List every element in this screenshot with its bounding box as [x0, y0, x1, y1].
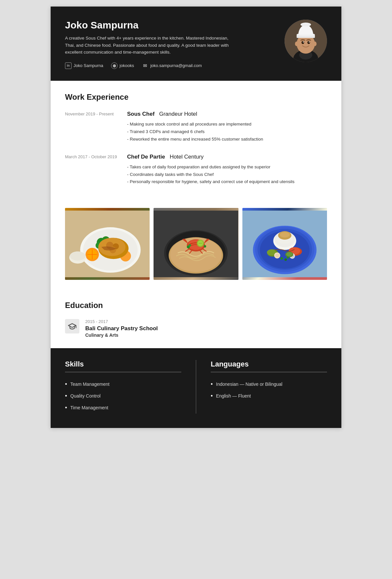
- work-content-2: Chef De Partie Hotel Century Takes care …: [127, 154, 327, 186]
- svg-point-70: [286, 252, 292, 256]
- candidate-name: Joko Sampurna: [65, 20, 277, 31]
- email-icon: ✉: [142, 62, 148, 69]
- svg-point-9: [303, 42, 304, 43]
- svg-point-5: [295, 42, 298, 46]
- svg-point-66: [275, 253, 279, 258]
- footer-section: Skills Team Management Quality Control T…: [51, 348, 341, 428]
- work-experience-title: Work Experience: [65, 93, 327, 102]
- work-bullets-1: Making sure stock control and all proced…: [127, 121, 327, 143]
- svg-point-71: [280, 257, 283, 260]
- skill-1: Team Management: [65, 378, 181, 390]
- svg-point-72: [286, 257, 288, 259]
- instagram-icon: ⬤: [111, 62, 118, 69]
- food-images-section: [51, 203, 341, 290]
- edu-date-1: 2015 - 2017: [85, 319, 327, 324]
- svg-point-13: [301, 23, 311, 26]
- bullet-2-3: Personally responsible for hygiene, safe…: [127, 178, 327, 186]
- instagram-text: jokooks: [120, 63, 134, 68]
- svg-point-10: [309, 42, 310, 43]
- work-experience-section: Work Experience November 2019 - Present …: [51, 81, 341, 203]
- bullet-1-1: Making sure stock control and all proced…: [127, 121, 327, 128]
- resume-container: Joko Sampurna A creative Sous Chef with …: [51, 7, 341, 428]
- svg-point-7: [302, 41, 304, 44]
- header-left: Joko Sampurna A creative Sous Chef with …: [65, 20, 285, 69]
- linkedin-text: Joko Sampurna: [74, 63, 103, 68]
- skills-list: Team Management Quality Control Time Man…: [65, 378, 181, 414]
- svg-point-50: [204, 245, 206, 247]
- edu-school-1: Bali Culinary Pastry School: [85, 325, 327, 332]
- work-bullets-2: Takes care of daily food preparation and…: [127, 163, 327, 186]
- work-entry-2: March 2017 - October 2019 Chef De Partie…: [65, 154, 327, 186]
- bullet-2-2: Coordinates daily tasks with the Sous Ch…: [127, 171, 327, 179]
- languages-column: Languages Indonesian — Native or Bilingu…: [196, 360, 327, 414]
- education-section: Education 2015 - 2017 Bali Culinary Past…: [51, 290, 341, 348]
- svg-point-8: [307, 41, 310, 44]
- edu-field-1: Culinary & Arts: [85, 332, 327, 338]
- education-title: Education: [65, 301, 327, 310]
- instagram-contact: ⬤ jokooks: [111, 62, 134, 69]
- avatar: [285, 20, 327, 62]
- work-entry-1: November 2019 - Present Sous Chef Grande…: [65, 111, 327, 143]
- food-image-3: [242, 208, 327, 280]
- candidate-summary: A creative Sous Chef with 4+ years exper…: [65, 35, 235, 56]
- svg-point-49: [189, 244, 191, 247]
- contact-list: in Joko Sampurna ⬤ jokooks ✉ joko.sampur…: [65, 62, 277, 69]
- food-image-2: [154, 208, 238, 280]
- languages-list: Indonesian — Native or Bilingual English…: [211, 378, 327, 402]
- work-title-1: Sous Chef Grandeur Hotel: [127, 111, 327, 117]
- edu-content-1: 2015 - 2017 Bali Culinary Pastry School …: [85, 319, 327, 338]
- language-1: Indonesian — Native or Bilingual: [211, 378, 327, 390]
- work-title-2: Chef De Partie Hotel Century: [127, 154, 327, 160]
- bullet-1-3: Reworked the entire menu and increased 5…: [127, 136, 327, 143]
- svg-point-33: [70, 252, 86, 261]
- bullet-1-2: Trained 3 CDPs and managed 6 chefs: [127, 128, 327, 136]
- work-date-2: March 2017 - October 2019: [65, 154, 127, 186]
- languages-title: Languages: [211, 360, 327, 372]
- skills-column: Skills Team Management Quality Control T…: [65, 360, 196, 414]
- skill-3: Time Management: [65, 402, 181, 414]
- graduation-icon: [65, 319, 79, 333]
- edu-entry-1: 2015 - 2017 Bali Culinary Pastry School …: [65, 319, 327, 338]
- language-2: English — Fluent: [211, 390, 327, 402]
- svg-point-73: [284, 259, 286, 261]
- linkedin-contact: in Joko Sampurna: [65, 62, 103, 69]
- work-date-1: November 2019 - Present: [65, 111, 127, 143]
- linkedin-icon: in: [65, 62, 72, 69]
- skills-title: Skills: [65, 360, 181, 372]
- bullet-2-1: Takes care of daily food preparation and…: [127, 163, 327, 171]
- svg-point-60: [280, 232, 290, 238]
- svg-point-6: [313, 42, 317, 46]
- skill-2: Quality Control: [65, 390, 181, 402]
- email-text: joko.sampurna@gmail.com: [150, 63, 202, 68]
- header-section: Joko Sampurna A creative Sous Chef with …: [51, 7, 341, 81]
- email-contact: ✉ joko.sampurna@gmail.com: [142, 62, 202, 69]
- food-image-1: [65, 208, 150, 280]
- work-content-1: Sous Chef Grandeur Hotel Making sure sto…: [127, 111, 327, 143]
